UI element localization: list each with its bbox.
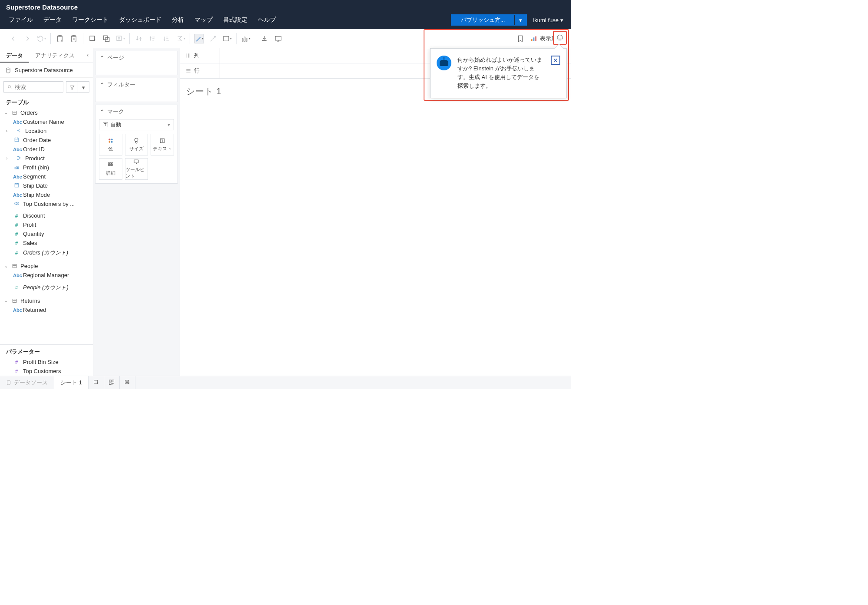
tab-data[interactable]: データ [0, 48, 29, 63]
svg-point-32 [108, 141, 110, 143]
menu-dashboard[interactable]: ダッシュボード [114, 14, 167, 26]
revert-button[interactable]: ▾ [36, 34, 46, 43]
svg-point-19 [17, 156, 18, 157]
field-order-id[interactable]: AbcOrder ID [0, 145, 93, 154]
einstein-popover-close[interactable]: ✕ [551, 56, 560, 65]
field-people-[interactable]: #People (カウント) [0, 282, 93, 293]
field-segment[interactable]: AbcSegment [0, 172, 93, 181]
menu-map[interactable]: マップ [189, 14, 218, 26]
cards-column: ⌃ページ ⌃フィルター ⌃マーク T自動 ▾ 色 サイズ テキスト 詳細 ツール… [93, 48, 180, 376]
param-top-customers[interactable]: #Top Customers [0, 367, 93, 376]
undo-button[interactable] [9, 34, 18, 43]
field-profit[interactable]: #Profit [0, 220, 93, 229]
field-customer-name[interactable]: AbcCustomer Name [0, 117, 93, 126]
menu-help[interactable]: ヘルプ [253, 14, 281, 26]
show-labels-button[interactable]: ▾ [241, 34, 250, 43]
redo-button[interactable] [23, 34, 32, 43]
clear-button[interactable]: ▾ [115, 34, 125, 43]
marks-size[interactable]: サイズ [125, 134, 148, 155]
svg-rect-9 [275, 36, 281, 40]
fit-button[interactable]: ▾ [222, 34, 232, 43]
duplicate-button[interactable] [102, 34, 111, 43]
publish-button-label[interactable]: パブリッシュ方... [451, 15, 515, 25]
svg-rect-11 [533, 37, 535, 41]
user-menu[interactable]: ikumi fuse ▾ [533, 17, 563, 23]
group-button[interactable] [208, 34, 218, 43]
menu-format[interactable]: 書式設定 [218, 14, 253, 26]
svg-rect-29 [13, 299, 16, 303]
svg-rect-0 [90, 36, 95, 41]
field-quantity[interactable]: #Quantity [0, 229, 93, 238]
guide-icon[interactable] [516, 34, 525, 43]
publish-button[interactable]: パブリッシュ方... ▾ [451, 14, 527, 26]
field-order-date[interactable]: Order Date [0, 136, 93, 145]
field-location[interactable]: ›Location [0, 126, 93, 136]
publish-button-dropdown[interactable]: ▾ [514, 15, 526, 25]
new-worksheet-button[interactable] [88, 34, 97, 43]
sheet-tab-1[interactable]: シート 1 [54, 376, 89, 389]
datasource-tab[interactable]: データソース [0, 376, 54, 389]
svg-rect-40 [108, 165, 109, 166]
marks-color[interactable]: 色 [99, 134, 122, 155]
field-orders-[interactable]: #Orders (カウント) [0, 248, 93, 258]
filters-shelf[interactable]: ⌃フィルター [95, 78, 178, 91]
sort-asc-button[interactable] [148, 34, 158, 43]
field-regional-manager[interactable]: AbcRegional Manager [0, 271, 93, 280]
field-returned[interactable]: AbcReturned [0, 305, 93, 314]
swap-button[interactable] [134, 34, 144, 43]
svg-rect-25 [15, 184, 19, 187]
field-profit-bin-[interactable]: Profit (bin) [0, 163, 93, 172]
field-menu-button[interactable]: ▾ [78, 82, 89, 93]
mark-type-selector[interactable]: T自動 ▾ [99, 119, 174, 130]
svg-point-15 [17, 130, 18, 131]
new-datasource-button[interactable] [55, 34, 65, 43]
svg-rect-12 [535, 36, 536, 41]
tab-analytics[interactable]: アナリティクス [29, 48, 81, 63]
marks-tooltip[interactable]: ツールヒント [125, 158, 148, 180]
menu-data[interactable]: データ [38, 14, 67, 26]
table-returns[interactable]: ⌄Returns [0, 296, 93, 305]
svg-point-44 [559, 37, 559, 38]
param-profit-bin-size[interactable]: #Profit Bin Size [0, 357, 93, 367]
svg-rect-10 [531, 39, 533, 41]
field-top-customers-by-[interactable]: Top Customers by ... [0, 199, 93, 208]
field-ship-date[interactable]: Ship Date [0, 181, 93, 190]
menu-file[interactable]: ファイル [3, 14, 38, 26]
svg-rect-46 [94, 380, 97, 384]
tables-header: テーブル [0, 96, 93, 108]
menu-analysis[interactable]: 分析 [167, 14, 189, 26]
totals-button[interactable]: ▾ [176, 34, 185, 43]
table-people[interactable]: ⌄People [0, 261, 93, 271]
einstein-button[interactable] [553, 31, 567, 45]
field-product[interactable]: ›Product [0, 154, 93, 163]
presentation-button[interactable] [273, 34, 283, 43]
workbook-title: Superstore Datasource [0, 0, 571, 12]
field-ship-mode[interactable]: AbcShip Mode [0, 190, 93, 199]
new-dashboard-tab[interactable] [104, 376, 120, 389]
svg-point-35 [135, 138, 138, 142]
search-input[interactable] [3, 81, 63, 93]
new-worksheet-tab[interactable] [89, 376, 104, 389]
field-sales[interactable]: #Sales [0, 238, 93, 248]
collapse-pane-button[interactable]: ‹ [82, 48, 93, 63]
field-discount[interactable]: #Discount [0, 211, 93, 220]
svg-rect-48 [112, 380, 114, 382]
svg-rect-28 [13, 264, 16, 268]
pages-shelf[interactable]: ⌃ページ [95, 51, 178, 64]
refresh-datasource-button[interactable] [69, 34, 79, 43]
menu-worksheet[interactable]: ワークシート [67, 14, 114, 26]
highlight-button[interactable]: ▾ [194, 34, 204, 43]
marks-detail[interactable]: 詳細 [99, 158, 122, 180]
filter-fields-button[interactable] [66, 82, 78, 93]
table-orders[interactable]: ⌄Orders [0, 108, 93, 117]
svg-rect-6 [242, 39, 243, 41]
data-pane: データ アナリティクス ‹ Superstore Datasource ▾ テー… [0, 48, 93, 376]
einstein-avatar-icon [437, 56, 451, 70]
download-button[interactable] [260, 34, 269, 43]
sort-desc-button[interactable] [162, 34, 171, 43]
svg-point-17 [19, 131, 20, 132]
datasource-row[interactable]: Superstore Datasource [0, 63, 93, 78]
new-story-tab[interactable] [120, 376, 135, 389]
svg-rect-7 [244, 37, 245, 41]
marks-text[interactable]: テキスト [151, 134, 174, 155]
